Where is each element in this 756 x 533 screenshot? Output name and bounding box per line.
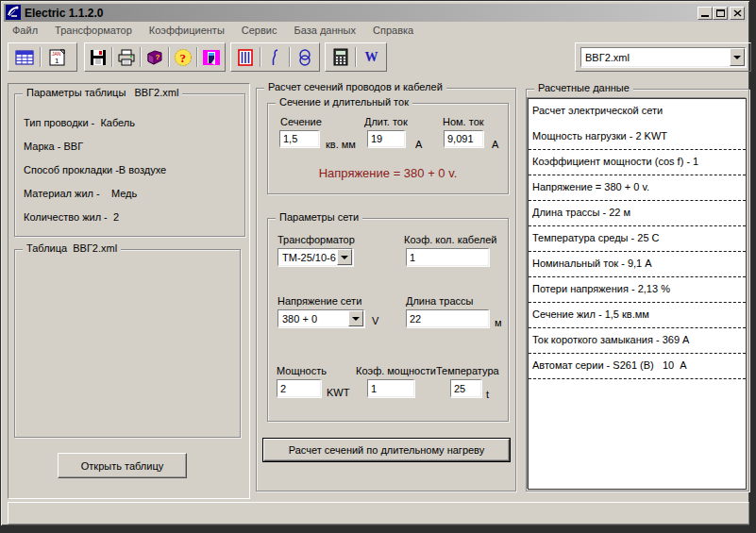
toolbar-group-tools: W bbox=[325, 42, 387, 72]
param-laying-method: Способ прокладки -В воздухе bbox=[24, 164, 244, 188]
chevron-down-icon bbox=[733, 56, 741, 59]
menu-help[interactable]: Справка bbox=[364, 23, 422, 38]
menu-service[interactable]: Сервис bbox=[233, 23, 286, 38]
window-title: Electric 1.1.2.0 bbox=[25, 7, 103, 20]
net-voltage-value: 380 + 0 bbox=[278, 313, 348, 325]
menu-bar: Файл Трансформатор Коэффициенты Сервис Б… bbox=[4, 22, 747, 39]
table-groupbox-title: Таблица ВВГ2.xml bbox=[23, 242, 121, 254]
section-current-groupbox: Сечение и длительный ток Сечение кв. мм … bbox=[267, 103, 509, 194]
cable-coef-label: Коэф. кол. кабелей bbox=[404, 234, 496, 245]
calc-heating-button[interactable]: Расчет сечений по длительному нагреву bbox=[262, 438, 511, 462]
result-item: Номинальный ток - 9,1 А bbox=[529, 252, 746, 277]
nom-tok-input[interactable] bbox=[444, 130, 483, 147]
results-listbox[interactable]: Расчет электрической сети Мощность нагру… bbox=[528, 98, 747, 490]
file-combo-panel: ВВГ2.xml bbox=[575, 42, 751, 72]
toolbar-group-tables: JAN1 bbox=[8, 42, 77, 72]
calendar-icon[interactable]: JAN1 bbox=[44, 45, 70, 69]
temperature-input[interactable] bbox=[450, 379, 481, 397]
transformer-combobox[interactable]: ТМ-25/10-6 bbox=[277, 248, 353, 266]
calc-groupbox: Расчет сечений проводов и кабелей Сечени… bbox=[256, 88, 516, 491]
save-icon[interactable] bbox=[88, 45, 109, 69]
transformer-value: ТМ-25/10-6 bbox=[278, 252, 337, 263]
dlit-tok-unit: А bbox=[415, 139, 422, 150]
nom-tok-unit: А bbox=[492, 139, 498, 150]
table-groupbox: Таблица ВВГ2.xml bbox=[14, 249, 241, 438]
param-core-count: Количество жил - 2 bbox=[24, 211, 244, 235]
file-combo-arrow[interactable] bbox=[730, 48, 745, 66]
result-item: Потери напряжения - 2,13 % bbox=[529, 277, 746, 303]
result-item: Коэффициент мощности (cos f) - 1 bbox=[529, 150, 746, 175]
param-brand: Марка - ВВГ bbox=[24, 141, 244, 164]
file-combo-value: ВВГ2.xml bbox=[581, 52, 730, 63]
result-item: Ток короткого замыкания - 369 А bbox=[529, 328, 746, 354]
toolbar-group-electric bbox=[230, 42, 320, 72]
param-core-material: Материал жил - Медь bbox=[24, 188, 244, 211]
help-book-icon[interactable]: ? bbox=[144, 45, 165, 69]
result-item: Температура среды - 25 C bbox=[529, 226, 746, 252]
chevron-down-icon bbox=[341, 256, 348, 259]
about-icon[interactable]: ? bbox=[173, 45, 193, 69]
length-label: Длина трассы bbox=[406, 295, 473, 307]
close-button[interactable] bbox=[730, 7, 745, 20]
app-window: Electric 1.1.2.0 Файл Трансформатор Коэф… bbox=[1, 1, 749, 525]
menu-coefficients[interactable]: Коэффициенты bbox=[141, 23, 233, 38]
status-bar bbox=[8, 502, 749, 525]
cable-coef-input[interactable] bbox=[406, 248, 489, 266]
maximize-button[interactable] bbox=[713, 7, 728, 20]
power-coef-input[interactable] bbox=[367, 379, 414, 397]
chevron-down-icon bbox=[352, 317, 360, 321]
network-groupbox: Параметры сети Трансформатор ТМ-25/10-6 … bbox=[267, 218, 509, 422]
svg-text:?: ? bbox=[180, 50, 187, 64]
transformer-combo-arrow[interactable] bbox=[337, 249, 352, 265]
section-current-title: Сечение и длительный ток bbox=[276, 96, 412, 108]
calc-heating-button-label: Расчет сечений по длительному нагреву bbox=[263, 439, 510, 461]
network-title: Параметры сети bbox=[276, 211, 362, 223]
transformer-grid-icon[interactable] bbox=[234, 45, 257, 69]
power-input[interactable] bbox=[277, 379, 321, 397]
calculator-icon[interactable] bbox=[328, 45, 352, 69]
result-item: Длина трассы - 22 м bbox=[529, 201, 746, 226]
net-voltage-combobox[interactable]: 380 + 0 bbox=[277, 309, 364, 327]
length-input[interactable] bbox=[406, 309, 489, 327]
svg-text:1: 1 bbox=[55, 57, 59, 65]
app-icon bbox=[6, 5, 21, 22]
net-voltage-combo-arrow[interactable] bbox=[348, 310, 363, 326]
power-coef-label: Коэф. мощности bbox=[356, 365, 436, 376]
result-item: Мощность нагрузки - 2 KWT bbox=[529, 125, 746, 150]
temperature-unit: t bbox=[486, 389, 489, 400]
table-icon[interactable] bbox=[11, 45, 37, 69]
table-params-groupbox: Параметры таблицы ВВГ2.xml Тип проводки … bbox=[14, 93, 245, 237]
result-item: Автомат серии - S261 (В) 10 А bbox=[529, 354, 746, 379]
word-export-icon[interactable]: W bbox=[360, 45, 383, 69]
nom-tok-label: Ном. ток bbox=[443, 116, 484, 127]
exit-icon[interactable] bbox=[201, 45, 222, 69]
menu-file[interactable]: Файл bbox=[4, 23, 46, 38]
svg-text:?: ? bbox=[156, 53, 160, 61]
minimize-button[interactable] bbox=[697, 7, 713, 20]
length-unit: м bbox=[495, 317, 502, 328]
net-voltage-label: Напряжение сети bbox=[277, 295, 361, 307]
menu-transformer[interactable]: Трансформатор bbox=[46, 23, 141, 38]
open-table-button[interactable]: Открыть таблицу bbox=[58, 453, 187, 478]
power-label: Мощность bbox=[277, 365, 327, 376]
results-title: Расчетные данные bbox=[534, 82, 633, 93]
calc-groupbox-title: Расчет сечений проводов и кабелей bbox=[264, 81, 446, 92]
left-panel: Параметры таблицы ВВГ2.xml Тип проводки … bbox=[8, 83, 250, 499]
dlit-tok-input[interactable] bbox=[367, 130, 405, 147]
file-combobox[interactable]: ВВГ2.xml bbox=[580, 47, 746, 67]
menu-database[interactable]: База данных bbox=[285, 23, 364, 38]
winding-icon[interactable] bbox=[294, 45, 316, 69]
title-bar: Electric 1.1.2.0 bbox=[4, 4, 747, 22]
toolbar-group-file: ? ? bbox=[84, 42, 226, 72]
table-params-title: Параметры таблицы ВВГ2.xml bbox=[23, 87, 182, 98]
sechenie-unit: кв. мм bbox=[326, 139, 356, 150]
sechenie-input[interactable] bbox=[279, 130, 319, 147]
close-icon bbox=[733, 9, 742, 17]
transformer-label: Трансформатор bbox=[277, 234, 355, 245]
sechenie-label: Сечение bbox=[280, 116, 322, 127]
param-wiring-type: Тип проводки - Кабель bbox=[24, 117, 244, 141]
print-icon[interactable] bbox=[116, 45, 137, 69]
maximize-icon bbox=[716, 9, 725, 17]
net-voltage-unit: V bbox=[372, 315, 378, 326]
breaker-icon[interactable] bbox=[264, 45, 287, 69]
